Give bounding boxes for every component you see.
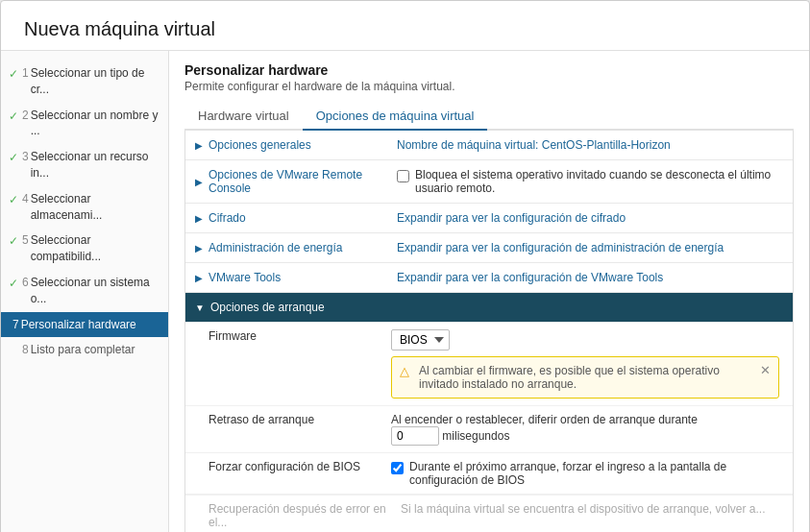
check-icon-4: ✓	[9, 192, 18, 208]
force-bios-value: Durante el próximo arranque, forzar el i…	[391, 460, 779, 487]
row-name-tools: VMware Tools	[209, 271, 281, 284]
row-vmware-tools[interactable]: ▶ VMware Tools Expandir para ver la conf…	[185, 263, 793, 293]
row-value-tools: Expandir para ver la configuración de VM…	[397, 271, 783, 284]
step-num-1: 1	[22, 65, 29, 82]
sidebar-item-1[interactable]: ✓ 1 Seleccionar un tipo de cr...	[1, 60, 168, 103]
chevron-right-icon-cifrado: ▶	[195, 213, 203, 224]
delay-desc: Al encender o restablecer, diferir orden…	[391, 413, 698, 426]
check-icon-3: ✓	[9, 150, 18, 166]
warning-text: Al cambiar el firmware, es posible que e…	[419, 364, 749, 391]
retraso-value: Al encender o restablecer, diferir orden…	[391, 413, 779, 446]
row-value-energia: Expandir para ver la configuración de ad…	[397, 241, 783, 254]
chevron-down-icon-arranque: ▼	[195, 302, 205, 313]
tab-opciones-maquina[interactable]: Opciones de máquina virtual	[303, 103, 488, 131]
step-label-3: Seleccionar un recurso in...	[31, 149, 159, 181]
row-value-generales: Nombre de máquina virtual: CentOS-Planti…	[397, 138, 783, 152]
row-value-cifrado: Expandir para ver la configuración de ci…	[397, 211, 783, 225]
check-icon-5: ✓	[9, 233, 18, 250]
row-name-generales: Opciones generales	[209, 138, 311, 152]
row-name-remote: Opciones de VMware Remote Console	[209, 168, 397, 195]
row-vmware-remote[interactable]: ▶ Opciones de VMware Remote Console Bloq…	[185, 160, 793, 204]
sub-row-firmware: Firmware BIOS EFI △ Al cambiar el firmwa…	[185, 323, 793, 406]
delay-unit: milisegundos	[442, 429, 509, 443]
section-desc: Permite configurar el hardware de la máq…	[184, 80, 794, 93]
step-num-6: 6	[22, 275, 29, 291]
step-label-1: Seleccionar un tipo de cr...	[31, 65, 159, 98]
main-content: Personalizar hardware Permite configurar…	[169, 51, 809, 532]
delay-input[interactable]	[391, 426, 439, 446]
step-num-3: 3	[22, 149, 29, 165]
dialog: Nueva máquina virtual ✓ 1 Seleccionar un…	[0, 0, 810, 532]
check-icon-1: ✓	[9, 66, 18, 83]
force-bios-checkbox[interactable]	[391, 462, 404, 474]
force-bios-label: Forzar configuración de BIOS	[209, 460, 391, 473]
firmware-label: Firmware	[209, 329, 391, 343]
check-icon-6: ✓	[9, 276, 18, 292]
chevron-right-icon: ▶	[195, 140, 203, 151]
tabs: Hardware virtual Opciones de máquina vir…	[184, 103, 794, 131]
firmware-warning: △ Al cambiar el firmware, es posible que…	[391, 356, 779, 399]
sidebar-item-5[interactable]: ✓ 5 Seleccionar compatibilid...	[1, 228, 168, 270]
recovery-desc: Si la máquina virtual se encuentra el di…	[401, 502, 766, 516]
firmware-value: BIOS EFI △ Al cambiar el firmware, es po…	[391, 329, 779, 399]
dialog-title: Nueva máquina virtual	[1, 1, 809, 51]
recovery-label: Recuperación después de error en el...	[209, 502, 391, 529]
sub-row-recovery: Recuperación después de error en el... S…	[185, 495, 793, 532]
row-value-remote: Bloquea el sistema operativo invitado cu…	[397, 168, 783, 195]
sidebar-item-7[interactable]: 7 Personalizar hardware	[1, 312, 168, 338]
step-num-4: 4	[22, 191, 29, 207]
remote-console-checkbox[interactable]	[397, 170, 409, 182]
force-bios-desc: Durante el próximo arranque, forzar el i…	[409, 460, 779, 487]
section-title: Personalizar hardware	[184, 62, 794, 78]
step-label-2: Seleccionar un nombre y ...	[31, 108, 159, 140]
content-panel[interactable]: ▶ Opciones generales Nombre de máquina v…	[184, 131, 794, 532]
sidebar-item-6[interactable]: ✓ 6 Seleccionar un sistema o...	[1, 270, 168, 312]
firmware-select[interactable]: BIOS EFI	[391, 329, 450, 351]
sidebar-item-2[interactable]: ✓ 2 Seleccionar un nombre y ...	[1, 103, 168, 145]
retraso-label: Retraso de arranque	[209, 413, 391, 426]
dialog-body: ✓ 1 Seleccionar un tipo de cr... ✓ 2 Sel…	[1, 51, 809, 532]
row-name-arranque: Opciones de arranque	[210, 301, 325, 314]
warning-close-button[interactable]: ✕	[760, 363, 771, 377]
sub-row-retraso: Retraso de arranque Al encender o restab…	[185, 406, 793, 453]
check-icon-2: ✓	[9, 109, 18, 125]
sidebar-item-4[interactable]: ✓ 4 Seleccionar almacenami...	[1, 186, 168, 229]
tab-hardware-virtual[interactable]: Hardware virtual	[184, 103, 303, 131]
row-arranque[interactable]: ▼ Opciones de arranque	[185, 293, 793, 323]
step-num-2: 2	[22, 108, 29, 124]
step-num-7: 7	[12, 317, 19, 333]
step-num-5: 5	[22, 232, 29, 249]
sidebar-item-8[interactable]: 8 Listo para completar	[1, 337, 168, 363]
boot-options-section: Firmware BIOS EFI △ Al cambiar el firmwa…	[185, 323, 793, 532]
step-num-8: 8	[22, 342, 29, 358]
step-label-8: Listo para completar	[31, 342, 159, 358]
sidebar: ✓ 1 Seleccionar un tipo de cr... ✓ 2 Sel…	[1, 51, 169, 532]
row-name-cifrado: Cifrado	[209, 211, 246, 225]
sub-row-force-bios: Forzar configuración de BIOS Durante el …	[185, 453, 793, 495]
step-label-4: Seleccionar almacenami...	[31, 191, 159, 224]
step-label-7: Personalizar hardware	[21, 317, 159, 333]
row-cifrado[interactable]: ▶ Cifrado Expandir para ver la configura…	[185, 204, 793, 233]
sidebar-item-3[interactable]: ✓ 3 Seleccionar un recurso in...	[1, 144, 168, 186]
row-opciones-generales[interactable]: ▶ Opciones generales Nombre de máquina v…	[185, 131, 793, 160]
row-energia[interactable]: ▶ Administración de energía Expandir par…	[185, 233, 793, 263]
chevron-right-icon-energia: ▶	[195, 243, 203, 254]
warning-icon: △	[400, 364, 409, 378]
row-name-energia: Administración de energía	[209, 241, 342, 254]
chevron-right-icon-tools: ▶	[195, 273, 203, 283]
step-label-5: Seleccionar compatibilid...	[31, 232, 159, 265]
step-label-6: Seleccionar un sistema o...	[31, 275, 159, 307]
chevron-right-icon-remote: ▶	[195, 177, 203, 187]
